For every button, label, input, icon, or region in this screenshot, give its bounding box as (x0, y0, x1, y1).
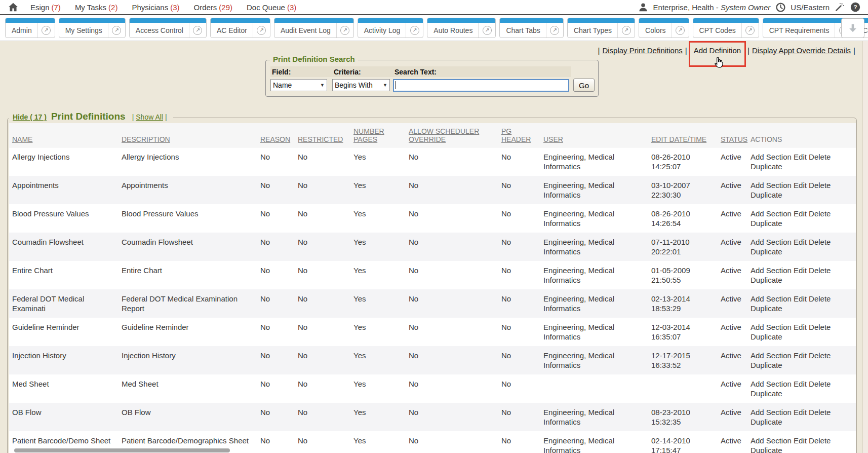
link-display-print-definitions[interactable]: Display Print Definitions (602, 46, 682, 55)
add-definition-button[interactable]: Add Definition (694, 46, 741, 55)
action-add-section[interactable]: Add Section (751, 294, 792, 303)
action-delete[interactable]: Delete (809, 380, 831, 388)
action-add-section[interactable]: Add Section (751, 380, 792, 388)
tab-popout-button[interactable]: ↗ (618, 23, 635, 37)
column-header-edit-date-time[interactable]: EDIT DATE/TIME (648, 123, 718, 147)
action-edit[interactable]: Edit (794, 181, 807, 190)
tab-activity-log[interactable]: Activity Log↗ (358, 18, 424, 38)
action-duplicate[interactable]: Duplicate (751, 276, 782, 284)
nav-item-physicians[interactable]: Physicians(3) (132, 3, 179, 12)
tab-overflow-button[interactable] (841, 18, 864, 38)
action-delete[interactable]: Delete (809, 351, 831, 360)
action-duplicate[interactable]: Duplicate (751, 247, 782, 256)
action-add-section[interactable]: Add Section (751, 181, 792, 190)
tab-cpt-requirements[interactable]: CPT Requirements↗ (763, 18, 853, 38)
tab-chart-types[interactable]: Chart Types↗ (567, 18, 635, 38)
nav-item-esign[interactable]: Esign(7) (30, 3, 61, 12)
show-all-link[interactable]: Show All (136, 113, 163, 121)
clock-icon[interactable] (775, 2, 786, 13)
help-icon[interactable]: ? (850, 2, 861, 13)
wand-icon[interactable] (834, 2, 845, 13)
hide-link[interactable]: Hide ( 17 ) (13, 113, 47, 121)
action-duplicate[interactable]: Duplicate (751, 219, 782, 228)
column-header-number-pages[interactable]: NUMBER PAGES (350, 123, 406, 147)
tab-cpt-codes[interactable]: CPT Codes↗ (693, 18, 759, 38)
tab-popout-button[interactable]: ↗ (38, 23, 55, 37)
column-header-pg-header[interactable]: PG HEADER (498, 123, 540, 147)
action-delete[interactable]: Delete (809, 323, 831, 331)
tab-popout-button[interactable]: ↗ (742, 23, 759, 37)
search-text-input[interactable] (393, 79, 569, 92)
column-header-allow-scheduler-override[interactable]: ALLOW SCHEDULER OVERRIDE (406, 123, 498, 147)
tab-popout-button[interactable]: ↗ (253, 23, 270, 37)
action-edit[interactable]: Edit (794, 351, 807, 360)
column-header-reason[interactable]: REASON (257, 123, 295, 147)
tab-popout-button[interactable]: ↗ (479, 23, 495, 37)
tab-popout-button[interactable]: ↗ (337, 23, 353, 37)
tab-ac-editor[interactable]: AC Editor↗ (210, 18, 270, 38)
tab-auto-routes[interactable]: Auto Routes↗ (427, 18, 496, 38)
column-header-user[interactable]: USER (540, 123, 648, 147)
cell-actions: Add Section Edit Delete Duplicate (747, 346, 856, 374)
column-header-name[interactable]: NAME (9, 123, 119, 147)
action-edit[interactable]: Edit (794, 380, 807, 388)
action-add-section[interactable]: Add Section (751, 351, 792, 360)
tab-popout-button[interactable]: ↗ (189, 23, 206, 37)
nav-item-doc-queue[interactable]: Doc Queue(3) (247, 3, 296, 12)
action-add-section[interactable]: Add Section (751, 408, 792, 417)
action-delete[interactable]: Delete (809, 436, 831, 445)
action-add-section[interactable]: Add Section (751, 238, 792, 246)
action-delete[interactable]: Delete (809, 408, 831, 417)
action-duplicate[interactable]: Duplicate (751, 162, 782, 171)
tab-audit-event-log[interactable]: Audit Event Log↗ (274, 18, 354, 38)
action-add-section[interactable]: Add Section (751, 266, 792, 275)
action-edit[interactable]: Edit (794, 408, 807, 417)
tab-popout-button[interactable]: ↗ (406, 23, 423, 37)
action-edit[interactable]: Edit (794, 323, 807, 331)
action-edit[interactable]: Edit (794, 266, 807, 275)
action-duplicate[interactable]: Duplicate (751, 418, 782, 426)
action-duplicate[interactable]: Duplicate (751, 191, 782, 199)
go-button[interactable]: Go (573, 79, 595, 92)
action-delete[interactable]: Delete (809, 153, 831, 161)
action-edit[interactable]: Edit (794, 209, 807, 218)
action-delete[interactable]: Delete (809, 294, 831, 303)
action-delete[interactable]: Delete (809, 238, 831, 246)
link-display-appt-override-details[interactable]: Display Appt Override Details (752, 46, 851, 55)
timezone-label[interactable]: US/Eastern (791, 3, 830, 12)
tab-my-settings[interactable]: My Settings↗ (59, 18, 126, 38)
tab-popout-button[interactable]: ↗ (672, 23, 689, 37)
tab-colors[interactable]: Colors↗ (639, 18, 689, 38)
action-delete[interactable]: Delete (809, 181, 831, 190)
action-duplicate[interactable]: Duplicate (751, 304, 782, 313)
action-edit[interactable]: Edit (794, 153, 807, 161)
tab-popout-button[interactable]: ↗ (108, 23, 125, 37)
action-delete[interactable]: Delete (809, 209, 831, 218)
tab-access-control[interactable]: Access Control↗ (129, 18, 207, 38)
field-select[interactable]: Name▼ (270, 79, 327, 91)
criteria-select[interactable]: Begins With▼ (332, 79, 390, 91)
column-header-description[interactable]: DESCRIPTION (119, 123, 257, 147)
action-duplicate[interactable]: Duplicate (751, 389, 782, 398)
action-add-section[interactable]: Add Section (751, 153, 792, 161)
action-delete[interactable]: Delete (809, 266, 831, 275)
action-edit[interactable]: Edit (794, 238, 807, 246)
action-edit[interactable]: Edit (794, 294, 807, 303)
column-header-status[interactable]: STATUS (718, 123, 747, 147)
vertical-scrollbar[interactable] (862, 41, 868, 453)
tab-admin[interactable]: Admin↗ (5, 18, 55, 38)
cell-pg-header: No (498, 346, 540, 374)
action-add-section[interactable]: Add Section (751, 323, 792, 331)
action-add-section[interactable]: Add Section (751, 436, 792, 445)
nav-item-orders[interactable]: Orders(29) (194, 3, 233, 12)
nav-item-my-tasks[interactable]: My Tasks(2) (75, 3, 118, 12)
home-icon[interactable] (7, 2, 19, 13)
action-edit[interactable]: Edit (794, 436, 807, 445)
column-header-restricted[interactable]: RESTRICTED (295, 123, 350, 147)
tab-chart-tabs[interactable]: Chart Tabs↗ (499, 18, 563, 38)
action-add-section[interactable]: Add Section (751, 209, 792, 218)
tab-popout-button[interactable]: ↗ (546, 23, 563, 37)
action-duplicate[interactable]: Duplicate (751, 332, 782, 341)
action-duplicate[interactable]: Duplicate (751, 361, 782, 369)
horizontal-scrollbar-thumb[interactable] (14, 448, 230, 452)
